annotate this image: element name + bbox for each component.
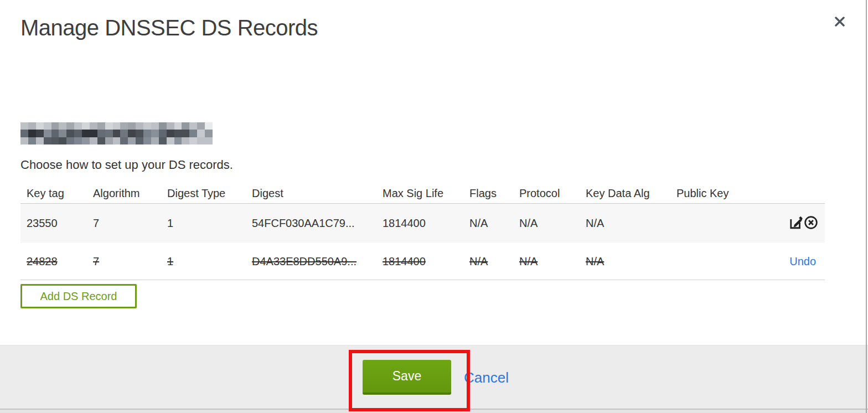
column-header-key-tag: Key tag <box>20 187 93 200</box>
digest-value: D4A33E8DD550A9... <box>252 255 383 268</box>
key-data-alg-value: N/A <box>586 217 676 230</box>
column-header-digest: Digest <box>252 187 383 200</box>
key-data-alg-value: N/A <box>586 255 676 268</box>
key-tag-value: 23550 <box>20 217 93 230</box>
digest-value: 54FCF030AA1C79... <box>252 217 383 230</box>
column-header-public-key: Public Key <box>676 187 737 200</box>
ds-record-row-1: 23550 7 1 54FCF030AA1C79... 1814400 N/A … <box>20 204 825 243</box>
protocol-value: N/A <box>519 217 586 230</box>
cancel-link[interactable]: Cancel <box>464 369 509 386</box>
edit-icon <box>789 216 803 231</box>
window-bottom-edge <box>0 409 868 413</box>
flags-value: N/A <box>469 255 519 268</box>
algorithm-value: 7 <box>93 255 167 268</box>
column-header-flags: Flags <box>469 187 519 200</box>
delete-x-circle-icon <box>804 216 818 231</box>
ds-records-table: Key tag Algorithm Digest Type Digest Max… <box>20 184 825 280</box>
subtitle-text: Choose how to set up your DS records. <box>20 158 233 172</box>
ds-record-row-2-deleted: 24828 7 1 D4A33E8DD550A9... 1814400 N/A … <box>20 243 825 280</box>
key-tag-value: 24828 <box>20 255 93 268</box>
column-header-protocol: Protocol <box>519 187 586 200</box>
close-icon <box>833 15 846 30</box>
protocol-value: N/A <box>519 255 586 268</box>
delete-record-button[interactable] <box>803 216 818 231</box>
edit-record-button[interactable] <box>788 216 803 231</box>
window-right-edge <box>866 0 867 413</box>
add-ds-record-button[interactable]: Add DS Record <box>20 284 137 308</box>
column-header-digest-type: Digest Type <box>167 187 252 200</box>
flags-value: N/A <box>469 217 519 230</box>
save-button[interactable]: Save <box>363 360 451 395</box>
column-header-key-data-alg: Key Data Alg <box>586 187 676 200</box>
page-title: Manage DNSSEC DS Records <box>20 16 318 40</box>
column-header-algorithm: Algorithm <box>93 187 167 200</box>
close-button[interactable] <box>831 13 849 31</box>
digest-type-value: 1 <box>167 217 252 230</box>
max-sig-life-value: 1814400 <box>383 217 469 230</box>
row-actions: Undo <box>737 255 825 268</box>
digest-type-value: 1 <box>167 255 252 268</box>
redacted-domain-name <box>20 122 213 144</box>
manage-dnssec-ds-records-modal: Manage DNSSEC DS Records Choose how to s… <box>0 0 868 413</box>
table-header-row: Key tag Algorithm Digest Type Digest Max… <box>20 184 825 204</box>
algorithm-value: 7 <box>93 217 167 230</box>
undo-delete-link[interactable]: Undo <box>789 255 818 268</box>
column-header-max-sig-life: Max Sig Life <box>383 187 469 200</box>
row-actions <box>737 216 825 231</box>
max-sig-life-value: 1814400 <box>383 255 469 268</box>
